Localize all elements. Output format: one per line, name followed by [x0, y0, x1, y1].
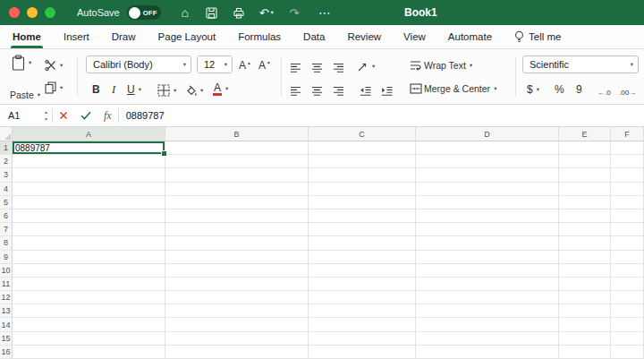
- cell-E7[interactable]: [559, 223, 611, 236]
- font-size-select[interactable]: 12: [197, 56, 233, 73]
- underline-button[interactable]: U: [127, 81, 141, 98]
- cell-F6[interactable]: [611, 209, 644, 223]
- decrease-decimal-button[interactable]: .00→: [619, 84, 636, 100]
- cell-B5[interactable]: [165, 196, 309, 209]
- cell-D3[interactable]: [416, 168, 559, 182]
- cell-C10[interactable]: [309, 264, 416, 278]
- column-header-A[interactable]: A: [13, 127, 165, 141]
- borders-button[interactable]: [157, 82, 176, 98]
- cell-A15[interactable]: [13, 332, 165, 346]
- cell-B12[interactable]: [165, 291, 309, 304]
- cell-F10[interactable]: [611, 264, 644, 278]
- cell-A13[interactable]: [13, 304, 165, 318]
- cell-F7[interactable]: [611, 223, 644, 236]
- italic-button[interactable]: I: [112, 81, 115, 98]
- cell-C3[interactable]: [309, 168, 416, 182]
- cell-D12[interactable]: [416, 291, 559, 304]
- undo-icon[interactable]: ↶: [259, 6, 274, 20]
- cell-D13[interactable]: [416, 304, 559, 318]
- cell-A16[interactable]: [13, 346, 165, 359]
- decrease-indent-button[interactable]: [360, 82, 371, 98]
- cell-E4[interactable]: [559, 183, 611, 196]
- cell-D16[interactable]: [416, 346, 559, 359]
- cell-A1[interactable]: 0889787: [13, 141, 165, 155]
- column-header-C[interactable]: C: [309, 127, 416, 141]
- cell-A5[interactable]: [13, 196, 165, 209]
- column-header-D[interactable]: D: [416, 127, 559, 141]
- cell-C16[interactable]: [309, 346, 416, 359]
- cell-C2[interactable]: [309, 155, 416, 168]
- column-header-F[interactable]: F: [611, 127, 644, 141]
- cell-C7[interactable]: [309, 223, 416, 236]
- tab-insert[interactable]: Insert: [64, 25, 89, 48]
- row-header-13[interactable]: 13: [0, 304, 13, 318]
- cell-B14[interactable]: [165, 318, 309, 331]
- close-window-button[interactable]: [9, 7, 20, 18]
- cell-A3[interactable]: [13, 168, 165, 182]
- cell-D7[interactable]: [416, 223, 559, 236]
- font-color-button[interactable]: A: [213, 81, 228, 97]
- fill-color-button[interactable]: [184, 82, 203, 98]
- cell-A4[interactable]: [13, 183, 165, 196]
- cell-B7[interactable]: [165, 223, 309, 236]
- paste-button[interactable]: [12, 55, 31, 71]
- row-header-16[interactable]: 16: [0, 346, 13, 359]
- merge-center-button[interactable]: Merge & Center: [410, 81, 496, 97]
- cell-E6[interactable]: [559, 209, 611, 223]
- bold-button[interactable]: B: [92, 81, 100, 98]
- cell-C14[interactable]: [309, 318, 416, 331]
- cell-E15[interactable]: [559, 332, 611, 346]
- align-middle-button[interactable]: [311, 59, 323, 75]
- cell-D8[interactable]: [416, 236, 559, 250]
- increase-indent-button[interactable]: [381, 82, 393, 98]
- paste-button-label[interactable]: Paste: [10, 87, 40, 103]
- cell-E13[interactable]: [559, 304, 611, 318]
- cell-B4[interactable]: [165, 183, 309, 196]
- orientation-button[interactable]: [357, 58, 375, 74]
- cell-E2[interactable]: [559, 155, 611, 168]
- cell-A8[interactable]: [13, 236, 165, 250]
- more-icon[interactable]: ⋯: [318, 5, 331, 20]
- cell-E9[interactable]: [559, 251, 611, 264]
- name-box-stepper[interactable]: [45, 107, 47, 121]
- confirm-icon[interactable]: [80, 111, 91, 120]
- cell-B2[interactable]: [165, 155, 309, 168]
- cell-F16[interactable]: [611, 346, 644, 359]
- align-left-button[interactable]: [290, 82, 301, 98]
- cell-B10[interactable]: [165, 264, 309, 278]
- select-all-corner[interactable]: [0, 127, 13, 141]
- row-header-9[interactable]: 9: [0, 251, 13, 264]
- cell-B1[interactable]: [165, 141, 309, 155]
- cell-B15[interactable]: [165, 332, 309, 346]
- row-header-12[interactable]: 12: [0, 291, 13, 304]
- cell-A10[interactable]: [13, 264, 165, 278]
- cell-D5[interactable]: [416, 196, 559, 209]
- row-header-5[interactable]: 5: [0, 196, 13, 209]
- zoom-window-button[interactable]: [45, 7, 55, 18]
- row-header-3[interactable]: 3: [0, 168, 13, 182]
- tab-formulas[interactable]: Formulas: [238, 25, 281, 48]
- cell-D9[interactable]: [416, 251, 559, 264]
- increase-font-size-button[interactable]: A: [239, 57, 250, 73]
- row-header-1[interactable]: 1: [0, 141, 13, 155]
- cell-E1[interactable]: [559, 141, 611, 155]
- cell-B13[interactable]: [165, 304, 309, 318]
- formula-input[interactable]: 0889787: [126, 110, 644, 121]
- tab-view[interactable]: View: [403, 25, 426, 48]
- cell-D2[interactable]: [416, 155, 559, 168]
- wrap-text-button[interactable]: Wrap Text: [410, 57, 472, 73]
- cell-F2[interactable]: [611, 155, 644, 168]
- row-header-7[interactable]: 7: [0, 223, 13, 236]
- cell-A11[interactable]: [13, 278, 165, 291]
- percent-format-button[interactable]: %: [555, 81, 564, 98]
- tab-draw[interactable]: Draw: [112, 25, 136, 48]
- cell-C11[interactable]: [309, 278, 416, 291]
- cell-E14[interactable]: [559, 318, 611, 331]
- cell-A6[interactable]: [13, 209, 165, 223]
- cell-F8[interactable]: [611, 236, 644, 250]
- cell-F13[interactable]: [611, 304, 644, 318]
- cell-C6[interactable]: [309, 209, 416, 223]
- insert-function-icon[interactable]: fx: [104, 109, 112, 123]
- cell-E8[interactable]: [559, 236, 611, 250]
- column-header-B[interactable]: B: [165, 127, 309, 141]
